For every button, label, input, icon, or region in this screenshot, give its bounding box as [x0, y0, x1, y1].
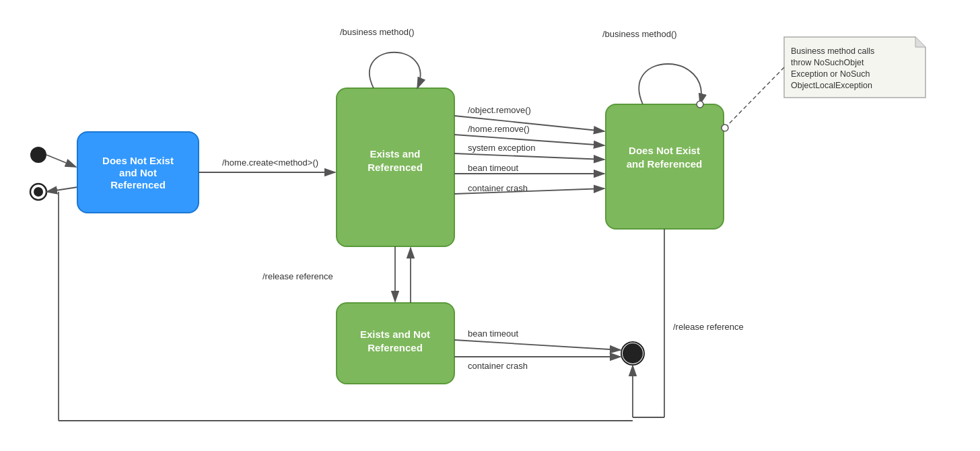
label-home-create: /home.create<method>(): [222, 158, 318, 168]
label-system-exception: system exception: [468, 143, 535, 153]
svg-text:Does Not Exist: Does Not Exist: [629, 145, 700, 156]
svg-text:Exists and Not: Exists and Not: [360, 328, 430, 340]
svg-text:Referenced: Referenced: [368, 342, 423, 353]
terminal-state: [623, 343, 643, 363]
svg-text:Referenced: Referenced: [368, 162, 423, 173]
svg-point-27: [722, 125, 728, 131]
svg-text:and Referenced: and Referenced: [627, 158, 703, 170]
note-text-2: throw NoSuchObjet: [791, 58, 864, 67]
label-release-ref-2: /release reference: [673, 322, 744, 332]
label-bean-timeout-1: bean timeout: [468, 163, 519, 173]
label-object-remove: /object.remove(): [468, 105, 531, 115]
final-state-inner: [34, 187, 43, 197]
note-text-3: Exception or NoSuch: [791, 69, 870, 79]
label-home-remove: /home.remove(): [468, 124, 530, 134]
svg-line-26: [725, 67, 784, 128]
label-release-ref-1: /release reference: [262, 271, 333, 281]
label-bean-timeout-2: bean timeout: [468, 328, 519, 339]
label-business-method-1: /business method(): [340, 27, 415, 37]
svg-point-8: [697, 101, 703, 108]
label-business-method-2: /business method(): [602, 29, 677, 39]
label-container-crash-1: container crash: [468, 183, 528, 193]
state-label-does-not-exist-not-referenced: Does Not Exist: [102, 155, 174, 166]
diagram-container: Does Not Exist and Not Referenced /home.…: [0, 0, 980, 451]
svg-line-19: [454, 340, 621, 350]
svg-line-11: [454, 153, 604, 160]
initial-state: [30, 147, 46, 163]
label-container-crash-2: container crash: [468, 361, 528, 371]
svg-text:and Not: and Not: [119, 167, 157, 178]
note-text-1: Business method calls: [791, 46, 874, 56]
note-text-4: ObjectLocalException: [791, 81, 872, 90]
svg-text:Referenced: Referenced: [110, 179, 166, 190]
svg-line-0: [46, 155, 76, 167]
svg-text:Exists and: Exists and: [370, 148, 420, 160]
